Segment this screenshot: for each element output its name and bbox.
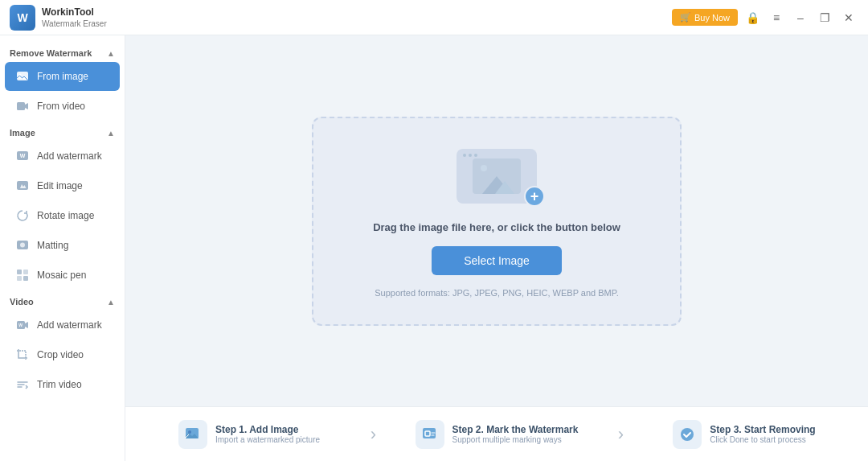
chevron-up-icon: ▲ [107, 49, 115, 58]
steps-bar: Step 1. Add Image Import a watermarked p… [125, 406, 868, 461]
add-watermark-video-icon: W [14, 317, 31, 333]
svg-rect-9 [23, 270, 28, 274]
video-section: Video ▲ [0, 290, 125, 310]
dot-3 [474, 154, 477, 157]
step-3-text: Step 3. Start Removing Click Done to sta… [710, 424, 815, 444]
step-1: Step 1. Add Image Import a watermarked p… [125, 420, 373, 449]
drop-zone[interactable]: + Drag the image file here, or click the… [312, 117, 682, 326]
close-button[interactable]: ✕ [839, 8, 858, 27]
step-2-icon [416, 420, 444, 449]
mosaic-pen-icon [14, 267, 31, 283]
step-1-desc: Import a watermarked picture [215, 435, 320, 444]
lock-button[interactable]: 🔒 [743, 8, 762, 27]
app-title-group: WorkinTool Watermark Eraser [42, 6, 107, 28]
upload-illustration: + [448, 144, 545, 208]
step-3-desc: Click Done to start process [710, 435, 815, 444]
svg-point-18 [681, 428, 694, 441]
cart-icon: 🛒 [680, 12, 691, 23]
app-branding: W WorkinTool Watermark Eraser [10, 5, 107, 31]
image-illustration: + [457, 149, 537, 204]
sidebar-item-trim-video[interactable]: Trim video [5, 370, 120, 399]
add-watermark-icon: W [14, 148, 31, 164]
sidebar-item-mosaic-pen[interactable]: Mosaic pen [5, 261, 120, 290]
sidebar-item-from-image[interactable]: From image [5, 62, 120, 91]
svg-text:W: W [18, 323, 23, 327]
svg-rect-8 [17, 270, 22, 274]
matting-icon [14, 237, 31, 253]
restore-button[interactable]: ❐ [815, 8, 834, 27]
window-controls: 🛒 Buy Now 🔒 ≡ – ❐ ✕ [672, 8, 858, 27]
sun-shape [481, 165, 487, 171]
step-2-desc: Support multiple marking ways [452, 435, 579, 444]
svg-text:W: W [20, 153, 26, 158]
sidebar-item-rotate-image[interactable]: Rotate image [5, 201, 120, 230]
rotate-image-icon [14, 208, 31, 224]
svg-rect-10 [17, 276, 22, 281]
menu-button[interactable]: ≡ [767, 8, 786, 27]
video-chevron-up-icon: ▲ [107, 298, 115, 307]
svg-point-7 [20, 243, 25, 248]
sidebar-item-from-video[interactable]: From video [5, 92, 120, 121]
step-1-title: Step 1. Add Image [215, 424, 320, 435]
buy-now-button[interactable]: 🛒 Buy Now [672, 9, 738, 26]
app-logo: W [10, 5, 35, 31]
step-3: Step 3. Start Removing Click Done to sta… [620, 420, 868, 449]
from-video-icon [14, 98, 31, 114]
minimize-button[interactable]: – [791, 8, 810, 27]
main-layout: Remove Watermark ▲ From image From video [0, 35, 868, 461]
sidebar: Remove Watermark ▲ From image From video [0, 35, 125, 461]
sidebar-item-add-watermark-video[interactable]: W Add watermark [5, 311, 120, 340]
drag-drop-text: Drag the image file here, or click the b… [373, 221, 620, 233]
step-2: Step 2. Mark the Watermark Support multi… [373, 420, 620, 449]
app-subtitle: Watermark Eraser [42, 19, 107, 28]
step-2-text: Step 2. Mark the Watermark Support multi… [452, 424, 579, 444]
sidebar-item-matting[interactable]: Matting [5, 231, 120, 260]
remove-watermark-section: Remove Watermark ▲ [0, 42, 125, 61]
step-3-icon [673, 420, 702, 449]
svg-rect-11 [23, 276, 28, 281]
sidebar-item-edit-image[interactable]: Edit image [5, 171, 120, 200]
dot-2 [469, 154, 472, 157]
sidebar-item-crop-video[interactable]: Crop video [5, 340, 120, 369]
sidebar-item-add-watermark[interactable]: W Add watermark [5, 142, 120, 171]
step-2-title: Step 2. Mark the Watermark [452, 424, 579, 435]
app-name: WorkinTool [42, 6, 107, 19]
add-circle-icon: + [524, 186, 545, 207]
svg-rect-2 [17, 102, 25, 110]
mountain-shape-2 [495, 181, 514, 194]
image-chevron-up-icon: ▲ [107, 129, 115, 138]
title-bar: W WorkinTool Watermark Eraser 🛒 Buy Now … [0, 0, 868, 35]
content-area: + Drag the image file here, or click the… [125, 35, 868, 461]
step-1-text: Step 1. Add Image Import a watermarked p… [215, 424, 320, 444]
step-1-icon [178, 420, 207, 449]
crop-video-icon [14, 347, 31, 363]
edit-image-icon [14, 178, 31, 194]
frame-dots [463, 154, 477, 157]
dot-1 [463, 154, 466, 157]
image-section: Image ▲ [0, 121, 125, 141]
drop-zone-container: + Drag the image file here, or click the… [125, 35, 868, 406]
image-inner-frame [473, 158, 521, 194]
select-image-button[interactable]: Select Image [432, 246, 562, 275]
step-3-title: Step 3. Start Removing [710, 424, 815, 435]
trim-video-icon [14, 377, 31, 393]
from-image-icon [14, 68, 31, 84]
supported-formats-text: Supported formats: JPG, JPEG, PNG, HEIC,… [375, 288, 618, 298]
